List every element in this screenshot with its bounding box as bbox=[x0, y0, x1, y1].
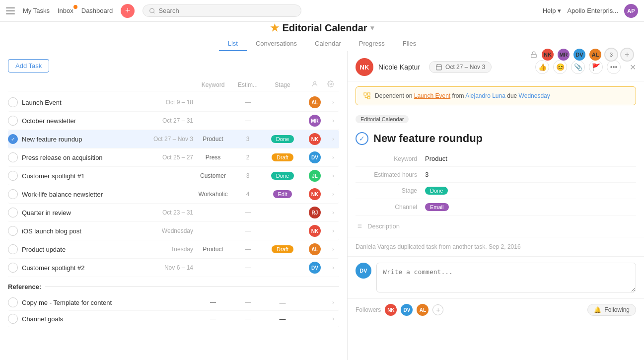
close-button[interactable]: ✕ bbox=[630, 63, 636, 72]
svg-point-3 bbox=[314, 81, 316, 84]
emoji-button[interactable]: 😊 bbox=[553, 60, 567, 74]
flag-button[interactable]: 🚩 bbox=[589, 60, 603, 74]
task-table-header: Keyword Estim... Stage bbox=[8, 78, 339, 91]
main-content: Add Task Keyword Estim... Stage Launch E… bbox=[0, 51, 644, 360]
dependency-icon bbox=[363, 92, 371, 100]
task-row-selected[interactable]: New feature roundup Oct 27 – Nov 3 Produ… bbox=[8, 130, 339, 148]
members-row: NK MR DV AL 3 + bbox=[529, 48, 634, 62]
task-row[interactable]: Customer spotlight #2 Nov 6 – 14 — DV › bbox=[8, 259, 339, 277]
tab-files[interactable]: Files bbox=[394, 37, 425, 51]
detail-task-check[interactable]: ✓ bbox=[356, 132, 368, 145]
enterprise-label[interactable]: Apollo Enterpris... bbox=[567, 7, 618, 14]
privacy-icon bbox=[529, 50, 539, 60]
task-check[interactable] bbox=[8, 297, 18, 307]
search-icon bbox=[149, 7, 155, 14]
task-check[interactable] bbox=[8, 152, 18, 162]
add-button[interactable]: + bbox=[121, 4, 135, 18]
assignee-icon bbox=[311, 80, 318, 87]
add-follower-button[interactable]: + bbox=[432, 304, 443, 315]
add-member-button[interactable]: + bbox=[620, 48, 634, 62]
member-avatar-3[interactable]: DV bbox=[572, 48, 586, 62]
followers-row: Followers NK DV AL + 🔔 Following bbox=[348, 298, 644, 321]
member-count[interactable]: 3 bbox=[604, 48, 618, 62]
task-row[interactable]: Product update Tuesday Product — Draft A… bbox=[8, 240, 339, 259]
task-check[interactable] bbox=[8, 314, 18, 324]
task-check[interactable] bbox=[8, 116, 18, 126]
svg-rect-11 bbox=[367, 96, 370, 99]
project-tag[interactable]: Editorial Calendar bbox=[356, 115, 409, 123]
thumbs-up-button[interactable]: 👍 bbox=[535, 60, 549, 74]
task-check[interactable] bbox=[8, 97, 18, 107]
follower-avatar-3[interactable]: AL bbox=[417, 304, 429, 316]
comment-input[interactable] bbox=[376, 263, 636, 292]
follower-avatar-1[interactable]: NK bbox=[385, 304, 397, 316]
task-row[interactable]: iOS launch blog post Wednesday — NK › bbox=[8, 222, 339, 240]
svg-rect-10 bbox=[367, 93, 370, 95]
search-input[interactable] bbox=[158, 7, 295, 14]
dashboard-link[interactable]: Dashboard bbox=[81, 7, 113, 14]
member-avatar-1[interactable]: NK bbox=[541, 48, 555, 62]
task-row-reference[interactable]: Channel goals — — — › bbox=[8, 311, 339, 327]
description-icon bbox=[356, 222, 362, 229]
task-list-panel: Add Task Keyword Estim... Stage Launch E… bbox=[0, 51, 348, 360]
settings-icon[interactable] bbox=[327, 80, 334, 87]
task-check[interactable] bbox=[8, 244, 18, 254]
tab-conversations[interactable]: Conversations bbox=[247, 37, 306, 51]
comment-area: DV bbox=[348, 256, 644, 298]
following-button[interactable]: 🔔 Following bbox=[587, 304, 636, 316]
tab-calendar[interactable]: Calendar bbox=[306, 37, 350, 51]
inbox-link[interactable]: Inbox bbox=[58, 7, 73, 14]
svg-line-1 bbox=[153, 12, 154, 13]
task-row[interactable]: Customer spotlight #1 Customer 3 Done JL… bbox=[8, 167, 339, 185]
star-icon: ★ bbox=[270, 22, 279, 34]
field-row-stage: Stage Done bbox=[356, 183, 636, 199]
user-avatar[interactable]: AP bbox=[624, 4, 638, 18]
detail-description[interactable]: Description bbox=[348, 216, 644, 237]
dependency-task-link[interactable]: Launch Event bbox=[414, 92, 450, 99]
task-check[interactable] bbox=[8, 226, 18, 236]
svg-rect-9 bbox=[364, 93, 366, 95]
calendar-icon bbox=[435, 64, 442, 71]
activity-log: Daniela Vargas duplicated task from anot… bbox=[348, 237, 644, 256]
chevron-icon[interactable]: ▾ bbox=[370, 24, 374, 32]
more-button[interactable]: ••• bbox=[607, 60, 621, 74]
task-check-checked[interactable] bbox=[8, 134, 18, 144]
task-check[interactable] bbox=[8, 189, 18, 199]
nav-right: Help ▾ Apollo Enterpris... AP bbox=[543, 4, 638, 18]
detail-user-avatar: NK bbox=[356, 58, 373, 76]
task-check[interactable] bbox=[8, 208, 18, 217]
comment-user-avatar: DV bbox=[356, 263, 371, 279]
field-row-estimated: Estimated hours 3 bbox=[356, 167, 636, 183]
tab-progress[interactable]: Progress bbox=[350, 37, 394, 51]
attach-button[interactable]: 📎 bbox=[571, 60, 585, 74]
task-row[interactable]: October newsletter Oct 27 – 31 — MR › bbox=[8, 112, 339, 130]
task-check[interactable] bbox=[8, 171, 18, 181]
svg-rect-5 bbox=[436, 65, 442, 70]
add-task-button[interactable]: Add Task bbox=[8, 59, 49, 72]
reference-section-header: Reference: bbox=[8, 277, 339, 294]
search-bar[interactable] bbox=[143, 4, 301, 17]
detail-user-name: Nicole Kaptur bbox=[378, 63, 420, 71]
help-button[interactable]: Help ▾ bbox=[543, 7, 562, 14]
task-check[interactable] bbox=[8, 263, 18, 273]
tab-list[interactable]: List bbox=[219, 37, 247, 51]
task-row[interactable]: Quarter in review Oct 23 – 31 — RJ › bbox=[8, 204, 339, 222]
svg-rect-2 bbox=[531, 54, 537, 57]
project-title: ★ Editorial Calendar ▾ bbox=[0, 22, 644, 34]
task-row[interactable]: Work-life balance newsletter Workaholic … bbox=[8, 185, 339, 204]
detail-title-text: New feature roundup bbox=[373, 132, 483, 145]
task-row[interactable]: Launch Event Oct 9 – 18 — AL › bbox=[8, 93, 339, 112]
my-tasks-link[interactable]: My Tasks bbox=[23, 7, 50, 14]
top-nav: My Tasks Inbox Dashboard + Help ▾ Apollo… bbox=[0, 0, 644, 22]
hamburger-menu[interactable] bbox=[6, 7, 15, 14]
detail-actions: 👍 😊 📎 🚩 ••• bbox=[535, 60, 621, 74]
dependency-banner: Dependent on Launch Event from Alejandro… bbox=[356, 86, 636, 105]
task-row-reference[interactable]: Copy me - Template for content — — — › bbox=[8, 294, 339, 311]
task-row[interactable]: Press release on acquisition Oct 25 – 27… bbox=[8, 148, 339, 167]
follower-avatar-2[interactable]: DV bbox=[401, 304, 413, 316]
member-avatar-2[interactable]: MR bbox=[557, 48, 571, 62]
field-row-keyword: Keyword Product bbox=[356, 151, 636, 167]
detail-date-range[interactable]: Oct 27 – Nov 3 bbox=[429, 61, 492, 73]
section-divider bbox=[45, 287, 339, 287]
member-avatar-4[interactable]: AL bbox=[588, 48, 602, 62]
